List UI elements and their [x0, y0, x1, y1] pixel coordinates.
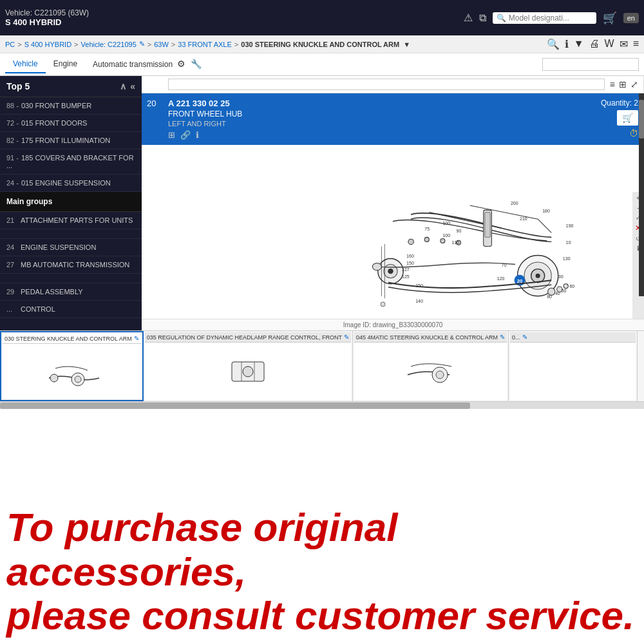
sidebar-main-item-24[interactable]: 24 ENGINE SUSPENSION: [0, 239, 142, 256]
svg-text:125: 125: [402, 274, 410, 279]
copy-icon[interactable]: ⧉: [479, 12, 486, 24]
sep1: >: [17, 41, 21, 48]
thumb-svg-1: [219, 352, 277, 391]
grid-icon[interactable]: ⊞: [619, 79, 627, 90]
svg-text:10: 10: [566, 240, 571, 245]
tab-icon-wrench: 🔧: [191, 59, 202, 69]
cart-icon[interactable]: 🛒: [603, 11, 617, 25]
list-icon[interactable]: ≡: [610, 79, 615, 90]
svg-point-49: [381, 302, 385, 307]
part-details: A 221 330 02 25 FRONT WHEEL HUB LEFT AND…: [168, 99, 596, 140]
more-icon[interactable]: ≡: [633, 38, 639, 50]
zoom-icon[interactable]: 🔍: [547, 38, 560, 50]
breadcrumb-front-axle[interactable]: 33 FRONT AXLE: [178, 41, 232, 48]
email-icon[interactable]: ✉: [620, 38, 628, 50]
sep2: >: [74, 41, 78, 48]
sidebar-main-item-control[interactable]: ... CONTROL: [0, 301, 142, 318]
tabs-search[interactable]: [542, 58, 639, 71]
expand-icon[interactable]: «: [130, 81, 135, 91]
breadcrumb-pc[interactable]: PC: [5, 41, 15, 48]
thumb-label-2: 045 4MATIC STEERING KNUCKLE & CONTROL AR…: [354, 332, 507, 343]
parts-list-header: ≡ ⊞ ⤢: [142, 76, 643, 93]
svg-rect-15: [485, 213, 490, 238]
svg-text:80: 80: [547, 294, 552, 299]
scroll-thumb[interactable]: [0, 402, 470, 409]
main-content: Top 5 ∧ « 88 -030 FRONT BUMPER 72 -015 F…: [0, 76, 644, 330]
sidebar-main-item-27[interactable]: 27 MB AUTOMATIC TRANSMISSION: [0, 256, 142, 274]
sep3: >: [147, 41, 151, 48]
breadcrumb-dropdown-icon[interactable]: ▼: [403, 41, 410, 48]
warning-icon[interactable]: ⚠: [464, 12, 473, 24]
svg-point-53: [50, 374, 58, 382]
edit-icon-2: ✎: [500, 334, 505, 341]
svg-text:90: 90: [457, 229, 462, 233]
sidebar-main-item-21[interactable]: 21 ATTACHMENT PARTS FOR UNITS: [0, 212, 142, 229]
language-selector[interactable]: en: [623, 13, 639, 23]
top5-label: Top 5: [6, 81, 30, 91]
svg-rect-50: [43, 352, 100, 391]
svg-point-61: [436, 371, 444, 379]
model-search-input[interactable]: [509, 14, 592, 23]
watermark-line1: To purchase original accessories,: [6, 506, 638, 593]
sidebar-item-0[interactable]: 88 -030 FRONT BUMPER: [0, 97, 142, 115]
sidebar-main-item-29[interactable]: 29 PEDAL ASSEMBLY: [0, 283, 142, 301]
part-quantity: Quantity: 2: [601, 99, 638, 108]
svg-text:75: 75: [424, 227, 430, 231]
breadcrumb-vehicle[interactable]: Vehicle: C221095: [81, 41, 137, 48]
thumb-svg-3: [544, 352, 602, 391]
svg-text:200: 200: [511, 201, 518, 205]
part-row-num: 20: [147, 99, 163, 108]
svg-rect-62: [544, 352, 602, 391]
tab-automatic-transmission[interactable]: Automatic transmission ⚙ 🔧: [85, 55, 209, 74]
thumb-svg-0: [43, 352, 100, 391]
thumb-item-3[interactable]: 0... ✎: [509, 331, 638, 401]
filter-icon[interactable]: ▼: [574, 38, 584, 50]
thumb-item-2[interactable]: 045 4MATIC STEERING KNUCKLE & CONTROL AR…: [353, 331, 509, 401]
sidebar-item-1[interactable]: 72 -015 FRONT DOORS: [0, 115, 142, 132]
clock-icon: ⏱: [629, 128, 638, 138]
info-icon[interactable]: ℹ: [565, 38, 569, 50]
diagram-area: 20: [142, 192, 644, 319]
breadcrumb-model[interactable]: S 400 HYBRID: [24, 41, 71, 48]
collapse-icon[interactable]: ∧: [120, 81, 126, 91]
cart-add-icon: 🛒: [622, 113, 633, 123]
print-icon[interactable]: 🖨: [589, 38, 600, 50]
sidebar-item-3[interactable]: 91 -185 COVERS AND BRACKET FOR ...: [0, 149, 142, 175]
model-search[interactable]: 🔍: [493, 12, 596, 24]
thumb-item-1[interactable]: 035 REGULATION OF DYNAMIC HEADLAMP RANGE…: [144, 331, 353, 401]
part-grid-icon[interactable]: ⊞: [168, 130, 175, 140]
svg-point-13: [372, 263, 381, 270]
edit-icon-1: ✎: [344, 334, 349, 341]
tab-engine[interactable]: Engine: [46, 55, 85, 73]
thumb-label-1: 035 REGULATION OF DYNAMIC HEADLAMP RANGE…: [145, 332, 351, 343]
part-link-icon[interactable]: 🔗: [180, 130, 191, 140]
edit-icon-0: ✎: [134, 335, 139, 342]
horizontal-scrollbar[interactable]: [0, 401, 644, 409]
breadcrumb: PC > S 400 HYBRID > Vehicle: C221095 ✎ >…: [0, 35, 644, 53]
svg-text:160: 160: [406, 254, 414, 258]
breadcrumb-current: 030 STEERING KNUCKLE AND CONTROL ARM: [241, 41, 399, 48]
sidebar-item-4[interactable]: 24 -015 ENGINE SUSPENSION: [0, 175, 142, 192]
thumb-item-0[interactable]: 030 STEERING KNUCKLE AND CONTROL ARM ✎: [0, 331, 144, 401]
svg-point-6: [388, 269, 393, 274]
sidebar-item-2[interactable]: 82 -175 FRONT ILLUMINATION: [0, 132, 142, 149]
add-to-cart-button[interactable]: 🛒: [617, 110, 638, 126]
tab-vehicle[interactable]: Vehicle: [5, 55, 46, 73]
part-info-icon[interactable]: ℹ: [196, 130, 199, 140]
breadcrumb-actions: 🔍 ℹ ▼ 🖨 W ✉ ≡: [547, 38, 639, 50]
svg-text:150: 150: [406, 261, 414, 265]
svg-text:40: 40: [555, 291, 560, 296]
vehicle-label: Vehicle: C221095 (63W): [5, 8, 459, 17]
expand-part-icon[interactable]: ⤢: [630, 79, 638, 90]
part-number: A 221 330 02 25: [168, 99, 596, 108]
breadcrumb-63w[interactable]: 63W: [154, 41, 169, 48]
parts-filter-input[interactable]: [168, 79, 605, 90]
edit-icon-3: ✎: [522, 334, 527, 341]
bottom-watermark: To purchase original accessories, please…: [0, 493, 644, 644]
part-name: FRONT WHEEL HUB: [168, 109, 596, 118]
svg-text:30: 30: [558, 274, 564, 279]
export-word-icon[interactable]: W: [605, 38, 614, 50]
svg-point-10: [536, 274, 540, 278]
tabs-search-input[interactable]: [542, 58, 639, 71]
thumb-label-3: 0... ✎: [510, 332, 636, 343]
